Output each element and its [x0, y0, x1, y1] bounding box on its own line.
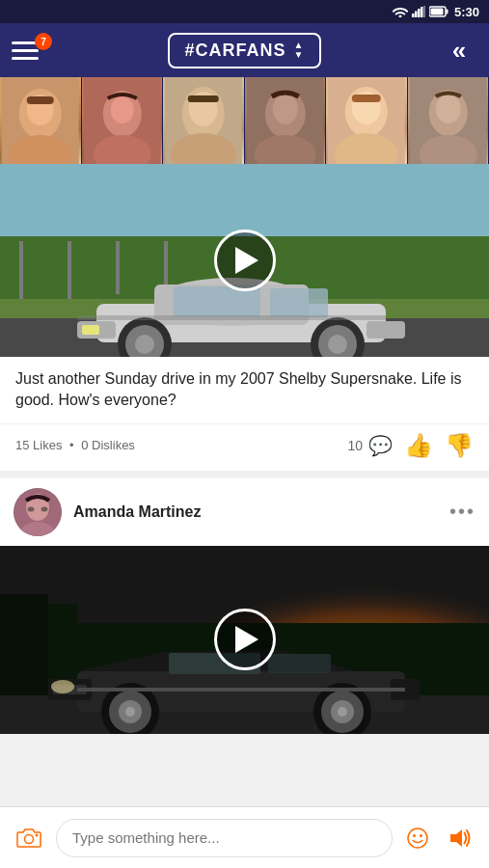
avatar-face: [408, 77, 489, 164]
svg-point-90: [413, 834, 416, 837]
avatar-item[interactable]: [408, 77, 490, 164]
svg-rect-21: [188, 95, 219, 102]
svg-marker-92: [450, 829, 462, 847]
svg-point-34: [435, 95, 460, 123]
play-button-1[interactable]: [214, 230, 276, 291]
svg-point-63: [41, 506, 48, 511]
avatars-strip: [0, 77, 489, 164]
menu-bar-2: [12, 49, 39, 52]
notification-badge: 7: [35, 33, 52, 50]
avatar-item[interactable]: [0, 77, 82, 164]
post-more-button-2[interactable]: •••: [449, 501, 475, 523]
post-avatar-2[interactable]: [14, 488, 62, 536]
avatar-item[interactable]: [82, 77, 164, 164]
avatar-item[interactable]: [163, 77, 245, 164]
svg-point-91: [420, 834, 422, 837]
post-user-name-2: Amanda Martinez: [73, 503, 438, 521]
emoji-button[interactable]: [402, 823, 433, 854]
speaker-icon: [448, 827, 472, 849]
channel-selector[interactable]: #CARFANS ▲ ▼: [168, 33, 322, 68]
svg-point-89: [408, 828, 427, 848]
svg-rect-12: [27, 96, 54, 104]
svg-rect-1: [415, 12, 418, 18]
signal-icon: [412, 6, 425, 17]
svg-rect-7: [446, 10, 448, 14]
volume-button[interactable]: [443, 821, 477, 855]
wifi-icon: [393, 6, 408, 17]
post-actions-1: 15 Likes • 0 Dislikes 10 💬 👍 👎: [0, 423, 489, 471]
avatar-face: [0, 77, 81, 164]
like-button[interactable]: 👍: [404, 432, 433, 459]
avatar-face: [82, 77, 163, 164]
time-display: 5:30: [454, 5, 479, 19]
svg-point-25: [272, 94, 297, 124]
menu-bar-3: [12, 57, 39, 60]
status-icons: [393, 6, 448, 17]
back-icon: «: [452, 36, 460, 66]
post-stats-1: 15 Likes • 0 Dislikes: [15, 438, 336, 452]
dislike-button[interactable]: 👎: [445, 432, 474, 459]
comment-count: 10: [347, 438, 363, 453]
avatar-image-2: [14, 488, 62, 536]
channel-arrows: ▲ ▼: [294, 41, 305, 60]
play-button-2[interactable]: [214, 609, 276, 670]
svg-point-88: [36, 833, 39, 836]
svg-rect-30: [352, 95, 381, 102]
battery-icon: [429, 6, 448, 17]
camera-icon: [16, 827, 41, 849]
separator: •: [69, 438, 74, 452]
avatar-face: [163, 77, 244, 164]
feed: Just another Sunday drive in my 2007 She…: [0, 164, 489, 806]
svg-rect-3: [421, 7, 423, 17]
post-video-1[interactable]: [0, 164, 489, 357]
svg-point-62: [28, 506, 35, 511]
comment-action[interactable]: 10 💬: [347, 434, 393, 457]
svg-rect-4: [423, 6, 425, 17]
post-card-2: Amanda Martinez •••: [0, 478, 489, 734]
dislikes-label: 0 Dislikes: [81, 438, 135, 452]
avatar-face: [245, 77, 326, 164]
svg-point-16: [110, 96, 133, 123]
channel-name: #CARFANS: [185, 41, 286, 61]
svg-rect-2: [418, 9, 421, 17]
post-card: Just another Sunday drive in my 2007 She…: [0, 164, 489, 471]
back-button[interactable]: «: [435, 29, 477, 71]
likes-label: 15 Likes: [15, 438, 62, 452]
menu-button[interactable]: 7: [12, 29, 54, 71]
avatar-item[interactable]: [245, 77, 327, 164]
avatar-item[interactable]: [326, 77, 408, 164]
svg-rect-0: [412, 14, 415, 17]
app-header: 7 #CARFANS ▲ ▼ «: [0, 23, 489, 77]
input-bar: [0, 806, 489, 868]
status-bar: 5:30: [0, 0, 489, 23]
message-input[interactable]: [56, 819, 393, 857]
svg-point-87: [25, 834, 34, 843]
avatar-face: [326, 77, 407, 164]
svg-rect-6: [430, 9, 443, 15]
camera-button[interactable]: [12, 821, 46, 855]
post-text-1: Just another Sunday drive in my 2007 She…: [0, 357, 489, 423]
post-video-2[interactable]: [0, 546, 489, 734]
comment-icon[interactable]: 💬: [368, 434, 393, 457]
post-header-2: Amanda Martinez •••: [0, 478, 489, 546]
emoji-icon: [406, 827, 429, 850]
